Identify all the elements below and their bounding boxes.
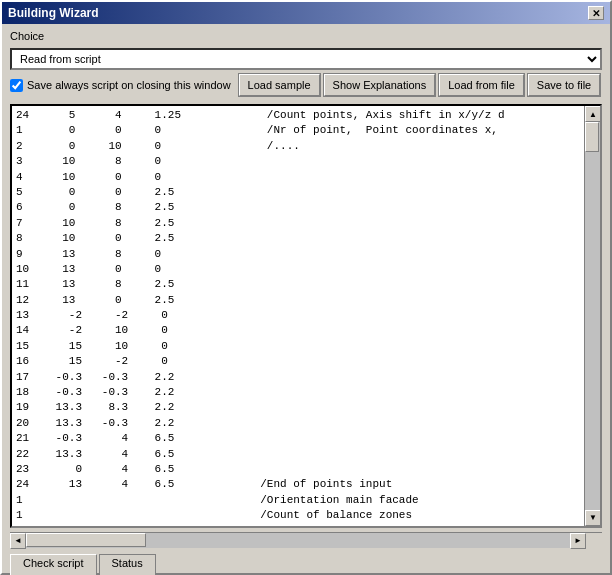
load-sample-button[interactable]: Load sample: [239, 74, 320, 96]
save-always-checkbox[interactable]: [10, 79, 23, 92]
save-always-label: Save always script on closing this windo…: [27, 79, 231, 91]
save-to-file-button[interactable]: Save to file: [528, 74, 600, 96]
script-area[interactable]: 24 5 4 1.25 /Count points, Axis shift in…: [12, 106, 584, 526]
scroll-track-vertical[interactable]: [585, 122, 600, 510]
scroll-thumb-horizontal[interactable]: [26, 533, 146, 547]
close-button[interactable]: ✕: [588, 6, 604, 20]
scroll-left-button[interactable]: ◄: [10, 533, 26, 549]
scroll-corner: [586, 533, 602, 549]
bottom-tabs: Check script Status: [10, 554, 602, 575]
scroll-down-button[interactable]: ▼: [585, 510, 601, 526]
script-content: 24 5 4 1.25 /Count points, Axis shift in…: [16, 108, 580, 524]
horizontal-scrollbar-container: ◄ ►: [10, 532, 602, 548]
title-bar: Building Wizard ✕: [2, 2, 610, 24]
scroll-thumb-vertical[interactable]: [585, 122, 599, 152]
save-always-checkbox-label[interactable]: Save always script on closing this windo…: [10, 79, 231, 92]
scroll-right-button[interactable]: ►: [570, 533, 586, 549]
window-title: Building Wizard: [8, 6, 99, 20]
load-from-file-button[interactable]: Load from file: [439, 74, 524, 96]
toolbar-row: Save always script on closing this windo…: [10, 74, 602, 96]
window-body: Choice Read from script Save always scri…: [2, 24, 610, 575]
choice-label: Choice: [10, 30, 602, 42]
script-area-container: 24 5 4 1.25 /Count points, Axis shift in…: [10, 104, 602, 528]
dropdown-wrapper: Read from script: [10, 48, 602, 70]
show-explanations-button[interactable]: Show Explanations: [324, 74, 436, 96]
read-mode-dropdown[interactable]: Read from script: [10, 48, 602, 70]
tab-status[interactable]: Status: [99, 554, 156, 575]
vertical-scrollbar[interactable]: ▲ ▼: [584, 106, 600, 526]
building-wizard-window: Building Wizard ✕ Choice Read from scrip…: [0, 0, 612, 575]
scroll-up-button[interactable]: ▲: [585, 106, 601, 122]
tab-check-script[interactable]: Check script: [10, 554, 97, 575]
horizontal-scrollbar[interactable]: ◄ ►: [10, 533, 586, 548]
scroll-track-horizontal[interactable]: [26, 533, 570, 548]
